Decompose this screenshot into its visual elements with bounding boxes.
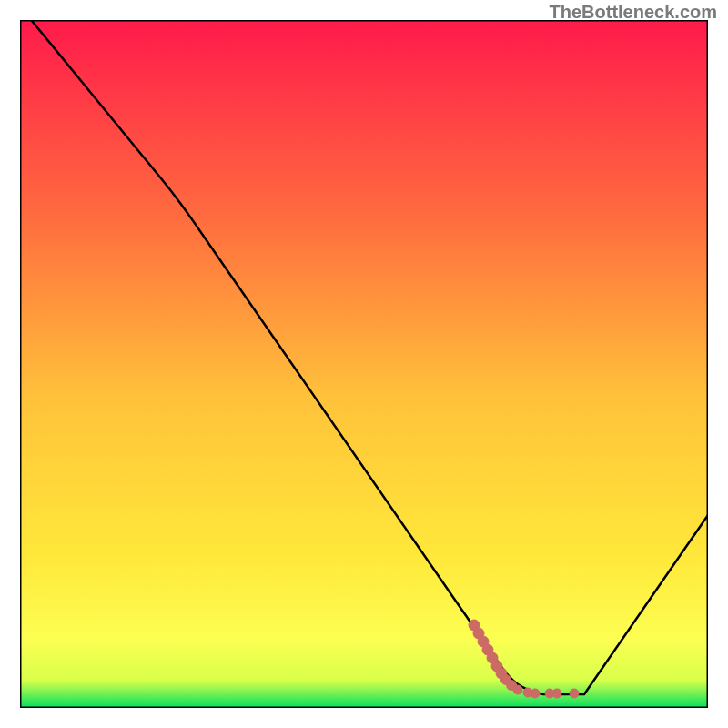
svg-point-11 (531, 689, 540, 698)
svg-point-9 (513, 685, 522, 694)
chart-container: TheBottleneck.com (0, 0, 728, 728)
plot-background (20, 20, 708, 708)
svg-point-14 (570, 689, 579, 698)
svg-point-13 (552, 689, 561, 698)
chart-plot (20, 20, 708, 708)
